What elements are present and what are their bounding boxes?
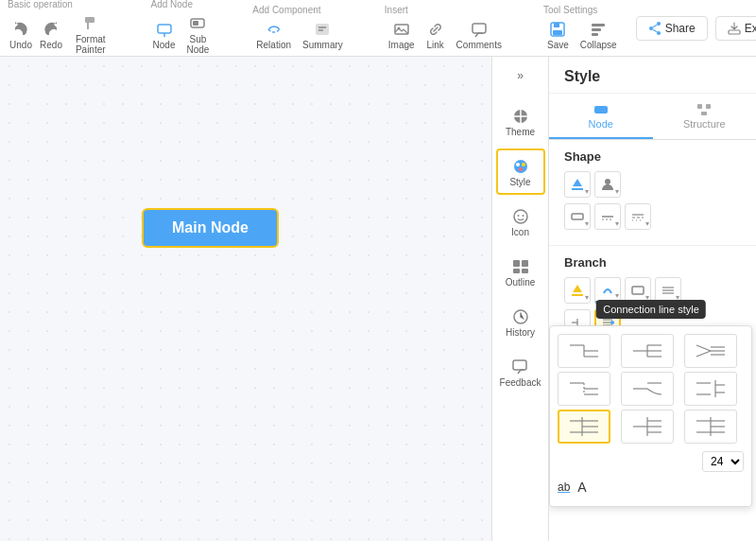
popup-btn-4[interactable] [558, 372, 610, 406]
svg-point-20 [649, 26, 653, 30]
tool-settings-icons: Save Collapse [543, 19, 621, 52]
line-style-button[interactable] [594, 203, 621, 230]
branch-lines-button[interactable] [655, 277, 681, 304]
toolbar-group-insert: Insert Image Link Comments [385, 5, 506, 52]
svg-rect-13 [554, 23, 559, 27]
branch-row-1 [564, 277, 741, 304]
main-node[interactable]: Main Node [142, 208, 279, 248]
relation-button[interactable]: Relation [252, 19, 295, 52]
toolbar-group-addnode: Add Node Node Sub Node [151, 0, 215, 57]
history-panel-button[interactable]: History [496, 299, 545, 345]
collapse-button[interactable]: Collapse [576, 19, 621, 52]
toolbar-group-tools: Tool Settings Save Collapse [543, 5, 621, 52]
popup-btn-1[interactable] [558, 334, 610, 368]
popup-btn-7[interactable] [558, 410, 610, 444]
right-panel: » Theme Style Icon Outline History [491, 57, 756, 541]
text-a-label: A [577, 480, 586, 495]
svg-point-26 [522, 163, 525, 166]
export-button[interactable]: Export [715, 16, 756, 41]
export-label: Export [745, 22, 756, 35]
svg-rect-50 [632, 287, 644, 294]
canvas[interactable]: Main Node [0, 57, 491, 541]
tab-structure[interactable]: Structure [653, 94, 757, 139]
svg-rect-43 [572, 214, 583, 219]
node-tab-icon [593, 101, 610, 118]
theme-panel-button[interactable]: Theme [496, 98, 545, 145]
svg-line-68 [696, 345, 711, 351]
popup-btn-9[interactable] [684, 410, 737, 444]
branch-fill-button[interactable] [564, 277, 591, 304]
summary-button[interactable]: Summary [299, 19, 347, 52]
subnode-label: Sub Node [185, 34, 212, 55]
svg-line-22 [652, 29, 657, 31]
theme-label: Theme [506, 127, 535, 137]
popup-size-row: 24 18 20 28 [558, 447, 744, 476]
style-panel-button[interactable]: Style [496, 148, 545, 195]
svg-rect-33 [513, 269, 520, 273]
popup-btn-3[interactable] [684, 334, 737, 368]
svg-rect-40 [701, 112, 707, 115]
border-style-button[interactable] [564, 203, 591, 230]
link-label: Link [426, 40, 443, 50]
smiley-icon [510, 206, 531, 227]
svg-rect-1 [87, 23, 89, 29]
collapse-panel-button[interactable]: » [506, 64, 536, 87]
basic-op-label: Basic operation [8, 0, 73, 9]
tab-node[interactable]: Node [549, 94, 653, 139]
tool-settings-label: Tool Settings [543, 5, 597, 15]
shape-section: Shape [549, 140, 756, 246]
outline-panel-button[interactable]: Outline [496, 249, 545, 295]
node-button[interactable]: Node [151, 19, 178, 52]
popup-btn-2[interactable] [621, 334, 674, 368]
share-label: Share [665, 22, 696, 35]
collapse-label: Collapse [580, 40, 617, 50]
format-painter-label: Format Painter [72, 34, 110, 55]
redo-button[interactable]: Redo [38, 19, 64, 52]
svg-point-30 [522, 215, 524, 217]
comments-button[interactable]: Comments [453, 19, 506, 52]
toolbar-right: Share Export [636, 16, 756, 41]
style-panel: Style Node Structure Shape [548, 57, 756, 541]
style-tabs: Node Structure [549, 94, 756, 140]
structure-tab-label: Structure [683, 118, 726, 130]
svg-rect-38 [697, 104, 702, 109]
branch-border-button[interactable] [625, 277, 651, 304]
fill-color-button[interactable] [564, 171, 591, 198]
icon-label: Icon [511, 227, 529, 237]
popup-btn-8[interactable] [621, 410, 674, 444]
icon-panel-button[interactable]: Icon [496, 199, 545, 245]
subnode-button[interactable]: Sub Node [181, 13, 215, 57]
save-button[interactable]: Save [543, 19, 573, 52]
popup-btn-5[interactable] [621, 372, 674, 406]
person-icon-button[interactable] [594, 171, 621, 198]
add-comp-label: Add Component [252, 5, 320, 15]
node-btn-label: Node [153, 40, 176, 50]
svg-point-18 [657, 22, 661, 26]
svg-point-27 [519, 167, 523, 171]
branch-line-color-button[interactable] [594, 277, 621, 304]
svg-point-29 [517, 215, 519, 217]
svg-rect-0 [85, 17, 94, 23]
format-painter-button[interactable]: Format Painter [68, 13, 113, 57]
popup-text-row: ab A [558, 476, 744, 498]
share-button[interactable]: Share [636, 16, 708, 41]
svg-rect-6 [316, 24, 329, 35]
dash-line-button[interactable] [625, 203, 651, 230]
link-button[interactable]: Link [422, 19, 449, 52]
shape-row-1 [564, 171, 741, 198]
feedback-panel-button[interactable]: Feedback [496, 349, 545, 395]
popup-btn-6[interactable] [684, 372, 737, 406]
branch-title: Branch [564, 255, 741, 270]
comments-label: Comments [456, 40, 502, 50]
toolbar-group-basic: Basic operation Undo Redo Format Painter [8, 0, 113, 57]
image-button[interactable]: Image [385, 19, 419, 52]
svg-rect-39 [706, 104, 711, 109]
size-dropdown[interactable]: 24 18 20 28 [702, 451, 744, 472]
svg-rect-36 [513, 360, 526, 370]
main-area: Main Node » Theme Style Icon Ou [0, 57, 756, 541]
basic-op-icons: Undo Redo Format Painter [8, 13, 113, 57]
undo-button[interactable]: Undo [8, 19, 34, 52]
text-ab-label: ab [558, 480, 570, 494]
main-node-label: Main Node [172, 219, 249, 236]
svg-point-19 [657, 31, 661, 35]
